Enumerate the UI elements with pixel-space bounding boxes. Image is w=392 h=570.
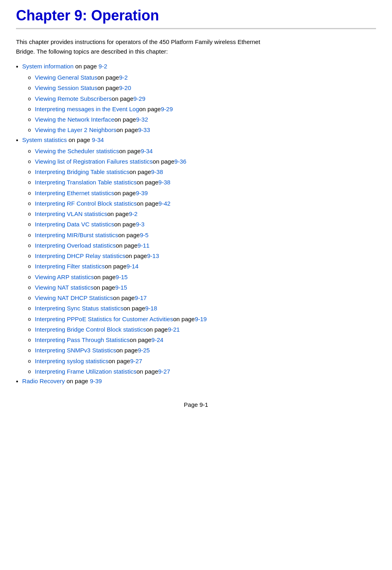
sub-plain-1-11: on page	[105, 262, 126, 271]
sub-plain-1-21: on page	[137, 367, 158, 376]
sub-page-1-18[interactable]: 9-24	[151, 335, 163, 344]
sub-link-1-2[interactable]: Interpreting Bridging Table statistics	[35, 167, 129, 176]
sub-link-1-9[interactable]: Interpreting Overload statistics	[35, 241, 116, 250]
bullet-link-2[interactable]: Radio Recovery	[22, 378, 65, 384]
bullet-page-2[interactable]: 9-39	[90, 378, 102, 384]
sub-page-1-15[interactable]: 9-18	[145, 304, 157, 313]
sub-link-1-17[interactable]: Interpreting Bridge Control Block statis…	[35, 325, 146, 334]
sub-link-1-10[interactable]: Interpreting DHCP Relay statistics	[35, 251, 125, 260]
bullet-symbol: •	[16, 137, 18, 144]
sub-link-1-0[interactable]: Viewing the Scheduler statistics	[35, 146, 119, 156]
sub-page-1-1[interactable]: 9-36	[174, 157, 186, 166]
circle-o-symbol: o	[28, 116, 31, 124]
circle-o-symbol: o	[28, 368, 31, 376]
sub-page-1-0[interactable]: 9-34	[141, 146, 153, 156]
sub-plain-1-15: on page	[123, 304, 145, 313]
sub-item-1-20: oInterpreting syslog statistics on page …	[28, 356, 376, 366]
circle-o-symbol: o	[28, 220, 31, 228]
sub-page-1-13[interactable]: 9-15	[115, 283, 127, 292]
sub-link-0-4[interactable]: Viewing the Network Interface	[35, 115, 114, 124]
circle-o-symbol: o	[28, 147, 31, 155]
sub-page-1-4[interactable]: 9-39	[136, 188, 148, 198]
sub-page-0-4[interactable]: 9-32	[136, 115, 148, 124]
sub-page-1-3[interactable]: 9-38	[158, 178, 170, 187]
circle-o-symbol: o	[28, 126, 31, 134]
sub-page-1-7[interactable]: 9-3	[136, 220, 145, 229]
bullet-link-1[interactable]: System statistics	[22, 136, 67, 143]
circle-o-symbol: o	[28, 346, 31, 354]
bullet-text-0: System information on page 9-2	[22, 63, 107, 70]
sub-page-1-19[interactable]: 9-25	[138, 346, 150, 355]
sub-link-1-3[interactable]: Interpreting Translation Table statistic…	[35, 178, 137, 187]
bullet-link-0[interactable]: System information	[22, 63, 74, 70]
sub-link-1-20[interactable]: Interpreting syslog statistics	[35, 356, 108, 366]
bullet-item-0: •System information on page 9-2	[16, 63, 376, 70]
bullet-page-1[interactable]: 9-34	[92, 136, 104, 143]
sub-link-1-14[interactable]: Viewing NAT DHCP Statistics	[35, 293, 113, 302]
sub-link-1-6[interactable]: Interpreting VLAN statistics	[35, 209, 107, 218]
toc-bullet-0: •System information on page 9-2oViewing …	[16, 63, 376, 135]
sub-plain-1-2: on page	[129, 167, 151, 176]
sub-page-1-17[interactable]: 9-21	[168, 325, 180, 334]
sub-page-1-14[interactable]: 9-17	[135, 293, 147, 302]
sub-page-1-12[interactable]: 9-15	[115, 272, 127, 282]
sub-link-0-5[interactable]: Viewing the Layer 2 Neighbors	[35, 125, 116, 134]
sub-page-0-5[interactable]: 9-33	[138, 125, 150, 134]
sub-link-1-16[interactable]: Interpreting PPPoE Statistics for Custom…	[35, 314, 173, 324]
sub-page-1-21[interactable]: 9-27	[158, 367, 170, 376]
sub-plain-1-12: on page	[94, 272, 115, 282]
sub-link-1-19[interactable]: Interpreting SNMPv3 Statistics	[35, 346, 116, 355]
sub-link-1-12[interactable]: Viewing ARP statistics	[35, 272, 94, 282]
circle-o-symbol: o	[28, 231, 31, 239]
sub-page-1-20[interactable]: 9-27	[130, 356, 142, 366]
sub-link-1-5[interactable]: Interpreting RF Control Block statistics	[35, 199, 137, 208]
sub-page-1-16[interactable]: 9-19	[195, 314, 207, 324]
intro-line2: Bridge. The following topics are describ…	[16, 48, 168, 55]
sub-plain-1-13: on page	[94, 283, 115, 292]
circle-o-symbol: o	[28, 284, 31, 292]
sub-link-1-18[interactable]: Interpreting Pass Through Statistics	[35, 335, 129, 344]
sub-page-1-5[interactable]: 9-42	[159, 199, 171, 208]
circle-o-symbol: o	[28, 252, 31, 260]
sub-item-1-15: oInterpreting Sync Status statistics on …	[28, 304, 376, 313]
sub-link-1-1[interactable]: Viewing list of Registration Failures st…	[35, 157, 153, 166]
sub-page-1-10[interactable]: 9-13	[147, 251, 159, 260]
sub-link-0-2[interactable]: Viewing Remote Subscribers	[35, 94, 111, 103]
bullet-item-2: •Radio Recovery on page 9-39	[16, 378, 376, 385]
bullet-symbol: •	[16, 378, 18, 385]
sub-plain-1-18: on page	[130, 335, 151, 344]
bullet-plain-2: on page	[65, 378, 90, 384]
sub-page-1-9[interactable]: 9-11	[137, 241, 149, 250]
intro-paragraph: This chapter provides instructions for o…	[16, 37, 376, 56]
sub-page-1-6[interactable]: 9-2	[129, 209, 137, 218]
sub-link-0-1[interactable]: Viewing Session Status	[35, 83, 97, 92]
sub-page-1-11[interactable]: 9-14	[127, 262, 139, 271]
sub-item-1-12: oViewing ARP statistics on page 9-15	[28, 272, 376, 282]
sub-link-1-4[interactable]: Interpreting Ethernet statistics	[35, 188, 114, 198]
sub-plain-1-20: on page	[108, 356, 130, 366]
sub-link-0-0[interactable]: Viewing General Status	[35, 73, 97, 82]
bullet-page-0[interactable]: 9-2	[99, 63, 107, 70]
sub-link-1-21[interactable]: Interpreting Frame Utilization statistic…	[35, 367, 136, 376]
sub-page-0-3[interactable]: 9-29	[161, 104, 173, 114]
circle-o-symbol: o	[28, 304, 31, 312]
sub-link-1-7[interactable]: Interpreting Data VC statistics	[35, 220, 114, 229]
sub-page-1-8[interactable]: 9-5	[140, 230, 149, 240]
sub-item-1-16: oInterpreting PPPoE Statistics for Custo…	[28, 314, 376, 324]
sub-link-1-8[interactable]: Interpreting MIR/Burst statistics	[35, 230, 118, 240]
sub-link-0-3[interactable]: Interpreting messages in the Event Log	[35, 104, 139, 114]
sub-page-0-2[interactable]: 9-29	[133, 94, 145, 103]
sub-link-1-11[interactable]: Interpreting Filter statistics	[35, 262, 105, 271]
sub-page-0-0[interactable]: 9-2	[119, 73, 128, 82]
circle-o-symbol: o	[28, 357, 31, 365]
sub-item-0-1: oViewing Session Status on page 9-20	[28, 83, 376, 92]
sub-page-1-2[interactable]: 9-38	[151, 167, 163, 176]
sub-item-1-19: oInterpreting SNMPv3 Statistics on page …	[28, 346, 376, 355]
sub-plain-1-17: on page	[146, 325, 168, 334]
sub-page-0-1[interactable]: 9-20	[119, 83, 131, 92]
sub-link-1-15[interactable]: Interpreting Sync Status statistics	[35, 304, 123, 313]
sub-item-1-21: oInterpreting Frame Utilization statisti…	[28, 367, 376, 376]
sub-plain-1-1: on page	[153, 157, 174, 166]
sub-plain-0-4: on page	[114, 115, 136, 124]
sub-link-1-13[interactable]: Viewing NAT statistics	[35, 283, 94, 292]
